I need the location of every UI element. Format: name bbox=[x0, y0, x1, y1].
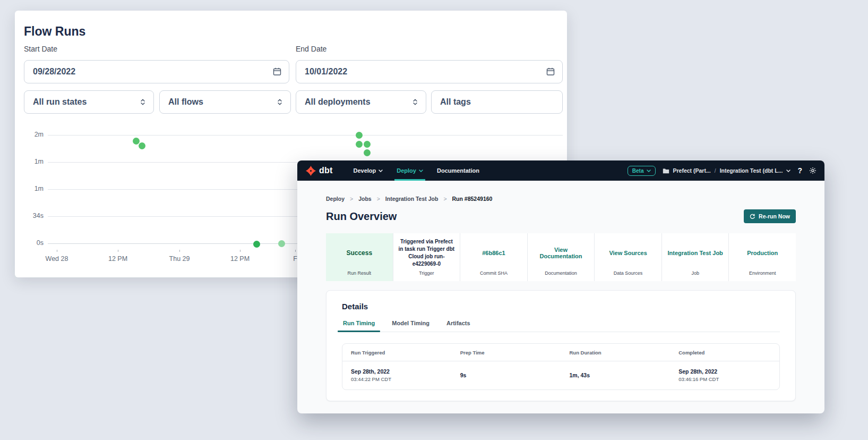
tab-artifacts[interactable]: Artifacts bbox=[445, 320, 471, 332]
tab-run-timing[interactable]: Run Timing bbox=[342, 320, 376, 332]
details-tabs: Run Timing Model Timing Artifacts bbox=[342, 320, 780, 332]
y-axis-tick-label: 1m bbox=[15, 158, 44, 165]
cell-prep-time: 9s bbox=[452, 372, 561, 378]
dbt-navbar-right: Beta Prefect (Part... / Integration Test… bbox=[628, 166, 817, 176]
cell-value: 9s bbox=[460, 372, 561, 378]
dbt-navbar: dbt Develop Deploy Documentation Beta bbox=[297, 160, 824, 181]
x-axis-tick-label: Wed 28 bbox=[46, 255, 68, 263]
flows-value: All flows bbox=[168, 97, 272, 107]
deployments-value: All deployments bbox=[305, 97, 407, 107]
x-axis-tick-label: 12 PM bbox=[108, 255, 127, 263]
details-title: Details bbox=[342, 302, 780, 311]
table-row: Sep 28th, 2022 03:44:22 PM CDT 9s 1m, 43… bbox=[342, 361, 779, 390]
details-card: Details Run Timing Model Timing Artifact… bbox=[326, 290, 796, 401]
beta-label: Beta bbox=[632, 168, 644, 174]
card-value[interactable]: Production bbox=[729, 233, 796, 268]
chevron-down-icon bbox=[419, 170, 423, 172]
tags-input[interactable]: All tags bbox=[431, 90, 563, 114]
refresh-icon bbox=[750, 214, 755, 219]
page-title: Run Overview bbox=[326, 210, 397, 223]
summary-card-data-sources: View SourcesData Sources bbox=[594, 233, 661, 281]
x-axis-tick-mark bbox=[179, 250, 180, 252]
y-axis-tick-label: 2m bbox=[15, 131, 44, 138]
breadcrumb-job-name[interactable]: Integration Test Job bbox=[385, 196, 439, 202]
flow-run-dot[interactable] bbox=[278, 240, 285, 247]
card-caption: Job bbox=[662, 268, 729, 281]
cell-completed: Sep 28th, 2022 03:46:16 PM CDT bbox=[670, 368, 779, 382]
x-axis-tick-label: F bbox=[293, 255, 297, 263]
unfold-icon bbox=[139, 98, 147, 106]
rerun-now-button[interactable]: Re-run Now bbox=[744, 209, 796, 223]
calendar-icon[interactable] bbox=[546, 67, 555, 77]
calendar-icon[interactable] bbox=[272, 67, 282, 77]
run-states-value: All run states bbox=[33, 97, 135, 107]
help-icon[interactable]: ? bbox=[797, 166, 802, 175]
card-value: Triggered via Prefect in task run Trigge… bbox=[393, 233, 460, 268]
cell-date: Sep 28th, 2022 bbox=[351, 368, 452, 375]
unfold-icon bbox=[276, 98, 283, 106]
flow-run-dot[interactable] bbox=[364, 149, 371, 156]
dbt-window: dbt Develop Deploy Documentation Beta bbox=[297, 160, 824, 413]
breadcrumb-jobs[interactable]: Jobs bbox=[358, 196, 372, 202]
card-value[interactable]: View Sources bbox=[595, 233, 661, 268]
breadcrumb-separator: > bbox=[377, 196, 380, 202]
cell-run-triggered: Sep 28th, 2022 03:44:22 PM CDT bbox=[342, 368, 452, 382]
dbt-content: Deploy > Jobs > Integration Test Job > R… bbox=[297, 181, 824, 401]
beta-dropdown[interactable]: Beta bbox=[628, 166, 656, 176]
folder-icon bbox=[663, 168, 669, 174]
nav-item-documentation[interactable]: Documentation bbox=[430, 160, 486, 181]
card-caption: Trigger bbox=[393, 268, 460, 281]
summary-card-documentation: View DocumentationDocumentation bbox=[527, 233, 595, 281]
card-value[interactable]: View Documentation bbox=[528, 233, 595, 268]
gear-icon[interactable] bbox=[809, 167, 817, 174]
dbt-logo[interactable]: dbt bbox=[305, 165, 332, 176]
tags-value: All tags bbox=[440, 97, 555, 107]
chevron-down-icon[interactable] bbox=[786, 170, 790, 172]
project-name[interactable]: Prefect (Part... bbox=[673, 167, 711, 174]
breadcrumb-separator: > bbox=[350, 196, 353, 202]
run-states-select[interactable]: All run states bbox=[24, 90, 154, 114]
card-caption: Run Result bbox=[326, 268, 393, 281]
flow-run-dot[interactable] bbox=[139, 142, 145, 149]
breadcrumb: Deploy > Jobs > Integration Test Job > R… bbox=[326, 196, 796, 202]
dbt-nav-menu: Develop Deploy Documentation bbox=[346, 160, 486, 181]
column-header: Run Duration bbox=[561, 350, 671, 356]
card-caption: Documentation bbox=[528, 268, 595, 281]
summary-card-trigger: Triggered via Prefect in task run Trigge… bbox=[393, 233, 460, 281]
x-axis-tick-label: 12 PM bbox=[230, 255, 250, 263]
nav-item-label: Deploy bbox=[397, 167, 416, 174]
chart-gridline bbox=[48, 135, 563, 136]
end-date-value: 10/01/2022 bbox=[305, 67, 542, 77]
nav-item-label: Develop bbox=[353, 167, 376, 174]
x-axis-tick-mark bbox=[295, 250, 296, 252]
flow-run-dot[interactable] bbox=[356, 141, 363, 148]
card-value[interactable]: #6b86c1 bbox=[460, 233, 527, 268]
unfold-icon bbox=[411, 98, 419, 106]
table-header-row: Run Triggered Prep Time Run Duration Com… bbox=[342, 344, 779, 361]
card-caption: Commit SHA bbox=[460, 268, 527, 281]
breadcrumb-deploy[interactable]: Deploy bbox=[326, 196, 345, 202]
chevron-down-icon bbox=[647, 170, 651, 172]
summary-card-commit-sha: #6b86c1Commit SHA bbox=[460, 233, 527, 281]
tab-model-timing[interactable]: Model Timing bbox=[391, 320, 431, 332]
deployments-select[interactable]: All deployments bbox=[296, 90, 426, 114]
card-value[interactable]: Integration Test Job bbox=[662, 233, 729, 268]
card-value: Success bbox=[326, 233, 393, 268]
nav-item-develop[interactable]: Develop bbox=[346, 160, 390, 181]
end-date-label: End Date bbox=[296, 45, 326, 53]
flow-run-dot[interactable] bbox=[356, 132, 363, 139]
flows-select[interactable]: All flows bbox=[159, 90, 291, 114]
x-axis-tick-mark bbox=[240, 250, 240, 252]
environment-name[interactable]: Integration Test (dbt L... bbox=[720, 167, 783, 174]
x-axis-tick-mark bbox=[118, 250, 118, 252]
column-header: Prep Time bbox=[452, 350, 561, 356]
cell-run-duration: 1m, 43s bbox=[561, 372, 671, 378]
flow-run-dot[interactable] bbox=[364, 141, 371, 148]
start-date-input[interactable]: 09/28/2022 bbox=[24, 60, 289, 83]
end-date-input[interactable]: 10/01/2022 bbox=[296, 60, 563, 83]
flow-run-dot[interactable] bbox=[253, 241, 260, 248]
summary-card-run-result: SuccessRun Result bbox=[326, 233, 393, 281]
column-header: Completed bbox=[670, 350, 779, 356]
cell-date: Sep 28th, 2022 bbox=[678, 368, 779, 375]
nav-item-deploy[interactable]: Deploy bbox=[390, 160, 430, 181]
